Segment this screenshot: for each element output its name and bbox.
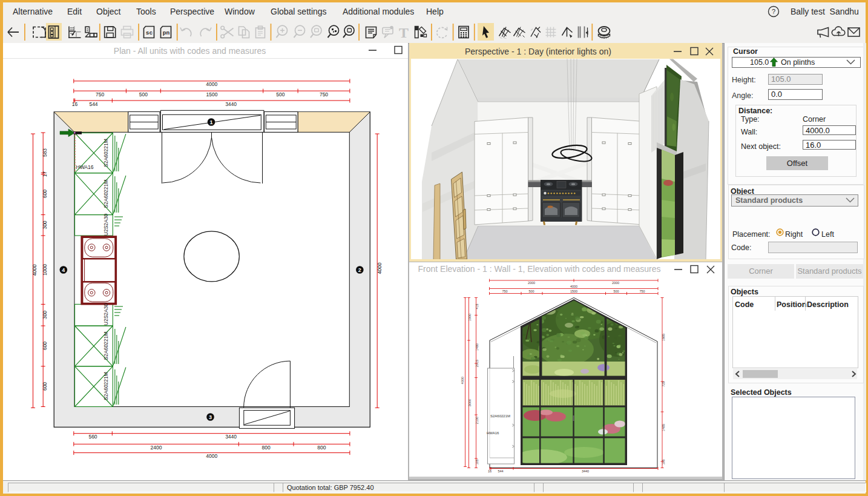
svg-text:16: 16 bbox=[72, 101, 78, 107]
svg-text:750: 750 bbox=[320, 91, 328, 98]
svg-text:3440: 3440 bbox=[225, 434, 237, 440]
svg-text:4000: 4000 bbox=[206, 81, 217, 87]
svg-text:300: 300 bbox=[42, 220, 48, 229]
svg-text:1485: 1485 bbox=[662, 424, 665, 431]
svg-text:600: 600 bbox=[42, 190, 48, 198]
svg-text:1480: 1480 bbox=[475, 343, 479, 351]
svg-text:2000: 2000 bbox=[528, 281, 535, 285]
svg-text:725: 725 bbox=[662, 381, 665, 386]
svg-text:1000: 1000 bbox=[42, 264, 48, 276]
svg-text:S2A60221M: S2A60221M bbox=[103, 332, 109, 360]
svg-text:750: 750 bbox=[96, 91, 104, 98]
svg-text:T: T bbox=[399, 25, 409, 41]
svg-text:HWA16: HWA16 bbox=[76, 164, 94, 170]
svg-text:17: 17 bbox=[42, 171, 48, 177]
svg-text:pn: pn bbox=[163, 30, 170, 36]
svg-text:?: ? bbox=[772, 8, 775, 15]
svg-text:583: 583 bbox=[42, 148, 48, 157]
svg-text:500: 500 bbox=[528, 289, 534, 293]
svg-text:3: 3 bbox=[209, 414, 212, 420]
svg-text:300: 300 bbox=[42, 311, 48, 319]
svg-text:500: 500 bbox=[276, 91, 284, 98]
svg-text:S2A60221M: S2A60221M bbox=[103, 180, 109, 208]
svg-text:4000: 4000 bbox=[461, 377, 464, 384]
svg-text:560: 560 bbox=[88, 434, 97, 440]
svg-text:2015: 2015 bbox=[475, 360, 479, 367]
svg-text:1500: 1500 bbox=[570, 289, 577, 293]
svg-text:3000: 3000 bbox=[468, 399, 472, 406]
svg-text:2400: 2400 bbox=[151, 445, 162, 451]
svg-text:4000: 4000 bbox=[376, 262, 383, 274]
svg-text:750: 750 bbox=[502, 289, 507, 293]
svg-text:800: 800 bbox=[317, 445, 326, 451]
svg-text:600: 600 bbox=[42, 342, 48, 350]
svg-text:1500: 1500 bbox=[206, 91, 218, 98]
svg-text:600: 600 bbox=[42, 382, 48, 391]
svg-text:S2A60221M: S2A60221M bbox=[103, 372, 109, 400]
svg-text:3440: 3440 bbox=[225, 101, 237, 107]
svg-text:544: 544 bbox=[89, 101, 97, 107]
svg-text:HWA16: HWA16 bbox=[487, 431, 499, 435]
svg-text:2000: 2000 bbox=[612, 281, 619, 285]
svg-text:U2S2A30: U2S2A30 bbox=[103, 303, 109, 326]
svg-text:415: 415 bbox=[475, 303, 479, 309]
svg-text:750: 750 bbox=[639, 289, 645, 293]
svg-text:S2A60221M: S2A60221M bbox=[103, 139, 109, 167]
svg-text:105: 105 bbox=[475, 459, 479, 465]
svg-text:16: 16 bbox=[488, 469, 492, 473]
svg-text:500: 500 bbox=[139, 91, 148, 98]
svg-text:4000: 4000 bbox=[31, 264, 38, 276]
svg-text:800: 800 bbox=[262, 445, 271, 451]
svg-text:4000: 4000 bbox=[570, 285, 577, 288]
svg-text:4: 4 bbox=[62, 267, 65, 273]
svg-text:2100: 2100 bbox=[475, 417, 479, 424]
svg-text:1: 1 bbox=[209, 119, 212, 125]
svg-text:U2S2A30: U2S2A30 bbox=[103, 214, 109, 236]
svg-text:105: 105 bbox=[662, 459, 665, 465]
svg-text:544: 544 bbox=[498, 469, 503, 473]
svg-text:2: 2 bbox=[358, 267, 361, 273]
svg-text:1985: 1985 bbox=[662, 334, 665, 341]
svg-text:3440: 3440 bbox=[582, 469, 589, 473]
svg-text:1000: 1000 bbox=[468, 314, 472, 321]
svg-text:S2A60221M: S2A60221M bbox=[490, 414, 510, 418]
svg-text:4000: 4000 bbox=[206, 453, 217, 459]
svg-text:500: 500 bbox=[613, 289, 619, 293]
svg-text:sc: sc bbox=[146, 30, 153, 36]
